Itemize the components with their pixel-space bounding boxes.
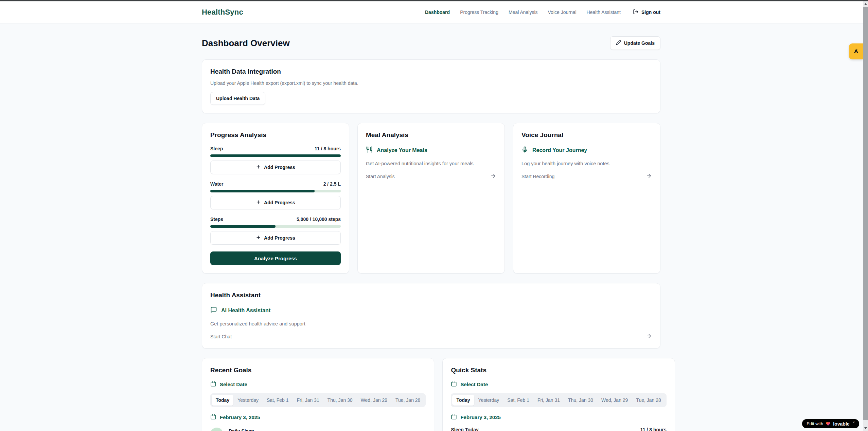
analyze-progress-button[interactable]: Analyze Progress — [210, 251, 341, 265]
tab-wed-jan-29[interactable]: Wed, Jan 29 — [357, 395, 391, 406]
tab-fri-jan-31[interactable]: Fri, Jan 31 — [293, 395, 323, 406]
progress-analysis-card: Progress Analysis Sleep 11 / 8 hours Add… — [202, 123, 349, 274]
tab-yesterday[interactable]: Yesterday — [233, 395, 263, 406]
start-recording-label: Start Recording — [521, 174, 554, 179]
update-goals-button[interactable]: Update Goals — [610, 36, 660, 50]
nav-health-assistant[interactable]: Health Assistant — [587, 10, 621, 15]
badge-prefix: Edit with — [807, 421, 823, 426]
calendar-icon — [210, 414, 216, 421]
water-progress-bar — [210, 190, 341, 192]
meal-analysis-description: Get AI-powered nutritional insights for … — [366, 161, 496, 166]
tab-thu-jan-30[interactable]: Thu, Jan 30 — [564, 395, 597, 406]
main-nav: Dashboard Progress Tracking Meal Analysi… — [425, 9, 660, 16]
sleep-add-progress-button[interactable]: Add Progress — [210, 161, 341, 174]
analyze-your-meals-label: Analyze Your Meals — [377, 147, 427, 153]
tab-today[interactable]: Today — [452, 395, 474, 406]
health-data-card: Health Data Integration Upload your Appl… — [202, 59, 660, 113]
sleep-today-value: 11 / 8 hours — [640, 427, 667, 431]
recent-goals-current-date[interactable]: February 3, 2025 — [210, 414, 426, 421]
select-date-label: Select Date — [460, 381, 488, 387]
vertical-scrollbar[interactable] — [863, 1, 868, 431]
plus-icon — [256, 235, 261, 241]
record-your-journey-link[interactable]: Record Your Journey — [521, 146, 652, 154]
start-chat-label: Start Chat — [210, 334, 232, 339]
sleep-label: Sleep — [210, 146, 223, 151]
tab-sat-feb-1[interactable]: Sat, Feb 1 — [263, 395, 293, 406]
analyze-your-meals-link[interactable]: Analyze Your Meals — [366, 146, 496, 154]
tab-wed-jan-29[interactable]: Wed, Jan 29 — [597, 395, 632, 406]
tab-yesterday[interactable]: Yesterday — [474, 395, 503, 406]
quick-stats-date-tabs: Today Yesterday Sat, Feb 1 Fri, Jan 31 T… — [451, 393, 666, 407]
quick-stats-title: Quick Stats — [451, 367, 666, 374]
top-header: HealthSync Dashboard Progress Tracking M… — [0, 1, 868, 23]
tab-sat-feb-1[interactable]: Sat, Feb 1 — [503, 395, 533, 406]
nav-meal-analysis[interactable]: Meal Analysis — [509, 10, 538, 15]
plus-icon — [256, 200, 261, 206]
steps-value: 5,000 / 10,000 steps — [297, 217, 341, 222]
calendar-icon — [451, 414, 457, 421]
chat-bubble-icon — [210, 306, 217, 315]
feature-cards-row: Progress Analysis Sleep 11 / 8 hours Add… — [202, 123, 660, 274]
ai-health-assistant-link[interactable]: AI Health Assistant — [210, 306, 652, 315]
voice-journal-title: Voice Journal — [521, 131, 652, 139]
sign-out-button[interactable]: Sign out — [633, 9, 660, 16]
tab-tue-jan-28[interactable]: Tue, Jan 28 — [391, 395, 424, 406]
add-progress-label: Add Progress — [264, 235, 295, 241]
start-chat-link[interactable]: Start Chat — [210, 333, 652, 340]
brand-logo[interactable]: HealthSync — [202, 8, 243, 17]
arrow-right-icon — [646, 173, 652, 180]
start-analysis-label: Start Analysis — [366, 174, 395, 179]
steps-progress-bar — [210, 225, 341, 228]
start-analysis-link[interactable]: Start Analysis — [366, 173, 496, 180]
calendar-icon — [210, 381, 216, 388]
nav-voice-journal[interactable]: Voice Journal — [548, 10, 577, 15]
health-assistant-description: Get personalized health advice and suppo… — [210, 321, 652, 326]
recent-goals-card: Recent Goals Select Date Today Yesterday… — [202, 358, 434, 431]
scrollbar-thumb[interactable] — [863, 7, 868, 420]
edit-with-lovable-badge[interactable]: Edit with lovable × — [802, 419, 859, 428]
badge-close-icon[interactable]: × — [853, 420, 855, 424]
goal-list-item: Daily Sleep 11 / 8 hours — [210, 428, 426, 431]
lovable-side-button[interactable] — [849, 43, 863, 59]
scrollbar-up-arrow[interactable] — [863, 1, 868, 7]
recent-goals-select-date[interactable]: Select Date — [210, 381, 426, 388]
steps-add-progress-button[interactable]: Add Progress — [210, 231, 341, 245]
quick-stats-card: Quick Stats Select Date Today Yesterday … — [442, 358, 675, 431]
sleep-metric: Sleep 11 / 8 hours Add Progress — [210, 146, 341, 174]
voice-journal-card: Voice Journal Record Your Journey Log yo… — [513, 123, 660, 274]
scrollbar-down-arrow[interactable] — [863, 426, 868, 431]
sleep-today-row: Sleep Today 11 / 8 hours — [451, 427, 666, 431]
plus-icon — [256, 164, 261, 170]
quick-stats-select-date[interactable]: Select Date — [451, 381, 666, 388]
water-progress-fill — [210, 190, 315, 192]
tab-thu-jan-30[interactable]: Thu, Jan 30 — [323, 395, 357, 406]
quick-stats-current-date[interactable]: February 3, 2025 — [451, 414, 666, 421]
water-add-progress-button[interactable]: Add Progress — [210, 196, 341, 209]
water-label: Water — [210, 181, 223, 187]
main-content: Dashboard Overview Update Goals Health D… — [202, 23, 660, 431]
recent-goals-title: Recent Goals — [210, 367, 426, 374]
microphone-icon — [521, 146, 528, 154]
ai-health-assistant-label: AI Health Assistant — [221, 307, 270, 314]
meal-analysis-title: Meal Analysis — [366, 131, 496, 139]
tab-tue-jan-28[interactable]: Tue, Jan 28 — [632, 395, 665, 406]
update-goals-label: Update Goals — [624, 40, 655, 46]
utensils-icon — [366, 146, 373, 154]
logout-icon — [633, 9, 639, 16]
health-assistant-title: Health Assistant — [210, 292, 652, 299]
nav-dashboard[interactable]: Dashboard — [425, 10, 450, 15]
meal-analysis-card: Meal Analysis Analyze Your Meals Get AI-… — [357, 123, 505, 274]
arrow-right-icon — [490, 173, 496, 180]
lovable-logo-icon — [852, 47, 860, 56]
tab-today[interactable]: Today — [212, 395, 233, 406]
select-date-label: Select Date — [220, 381, 247, 387]
tab-fri-jan-31[interactable]: Fri, Jan 31 — [533, 395, 564, 406]
nav-progress-tracking[interactable]: Progress Tracking — [460, 10, 498, 15]
voice-journal-description: Log your health journey with voice notes — [521, 161, 652, 166]
arrow-right-icon — [646, 333, 652, 340]
upload-health-data-button[interactable]: Upload Health Data — [210, 92, 265, 105]
start-recording-link[interactable]: Start Recording — [521, 173, 652, 180]
progress-analysis-title: Progress Analysis — [210, 131, 341, 139]
health-data-title: Health Data Integration — [210, 68, 652, 75]
water-value: 2 / 2.5 L — [323, 181, 341, 187]
